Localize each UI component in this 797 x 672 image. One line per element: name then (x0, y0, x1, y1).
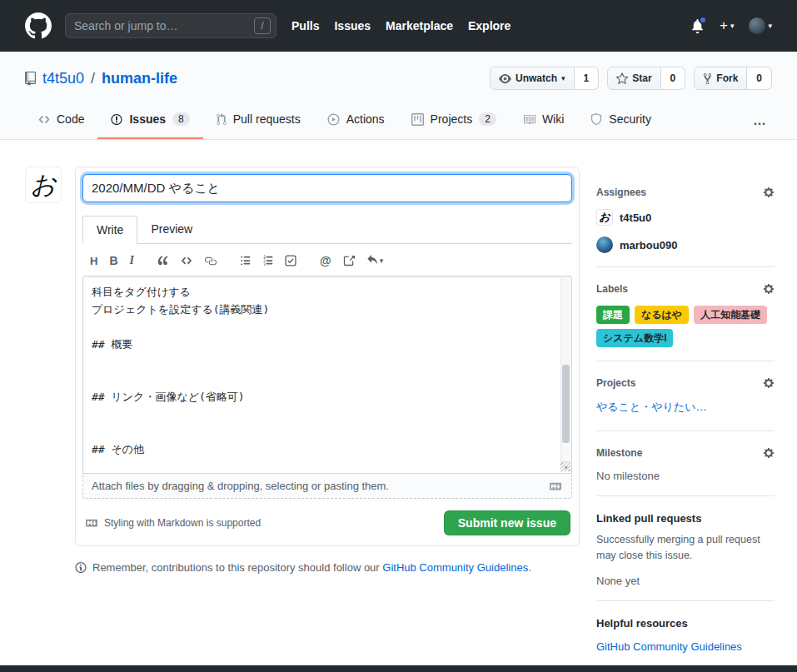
issue-title-input[interactable] (82, 174, 572, 202)
labels-title: Labels (596, 283, 628, 295)
nav-issues[interactable]: Issues (334, 19, 371, 32)
global-nav: Pulls Issues Marketplace Explore (291, 19, 511, 32)
top-nav-right: + ▾ ▾ (690, 17, 772, 34)
nav-marketplace[interactable]: Marketplace (386, 19, 453, 32)
italic-button[interactable]: I (124, 252, 140, 269)
avatar: お (596, 209, 613, 226)
textarea-resize-grip[interactable] (560, 462, 570, 471)
quote-icon (157, 255, 169, 266)
project-link[interactable]: やること・やりたい… (596, 400, 706, 415)
issue-form-card: Write Preview H B I (75, 167, 580, 546)
quote-button[interactable] (152, 252, 175, 269)
git-pull-request-icon (217, 113, 227, 126)
attach-files-bar[interactable]: Attach files by dragging & dropping, sel… (82, 474, 572, 499)
stargazers-count[interactable]: 0 (661, 67, 686, 90)
avatar: お (25, 167, 62, 203)
unwatch-button[interactable]: Unwatch ▾ (490, 67, 575, 90)
markdown-support-hint: Styling with Markdown is supported (84, 517, 261, 529)
assignee-marbou090[interactable]: marbou090 (596, 236, 775, 253)
milestone-title: Milestone (596, 447, 642, 459)
cross-reference-icon (343, 255, 355, 266)
saved-replies-button[interactable]: ▾ (361, 252, 390, 269)
link-button[interactable] (198, 252, 222, 269)
search-input[interactable] (65, 13, 276, 38)
github-mark-icon (25, 12, 52, 39)
tab-label: Security (609, 112, 651, 126)
form-footer: Styling with Markdown is supported Submi… (82, 510, 572, 537)
bold-button[interactable]: B (103, 252, 123, 269)
forks-count[interactable]: 0 (747, 67, 772, 90)
label-naruhaya[interactable]: なるはや (635, 306, 689, 324)
search-box[interactable]: / (65, 13, 276, 38)
submit-new-issue-button[interactable]: Submit new issue (444, 510, 570, 535)
labels-gear-button[interactable] (763, 283, 775, 295)
tab-actions[interactable]: Actions (314, 102, 398, 139)
chevron-down-icon: ▾ (768, 22, 772, 30)
unordered-list-button[interactable] (234, 252, 257, 269)
repo-owner-link[interactable]: t4t5u0 (42, 70, 84, 87)
svg-text:3: 3 (263, 262, 266, 266)
tab-label: Wiki (542, 112, 564, 126)
mention-button[interactable]: @ (314, 252, 337, 269)
sidebar-section-labels: Labels 課題 なるはや 人工知能基礎 システム数学I (596, 280, 775, 361)
tab-projects[interactable]: Projects 2 (398, 102, 510, 139)
assignees-gear-button[interactable] (763, 187, 775, 198)
tab-preview[interactable]: Preview (137, 216, 206, 243)
github-logo[interactable] (25, 12, 52, 39)
star-icon (616, 72, 628, 85)
user-menu-button[interactable]: ▾ (749, 17, 772, 34)
heading-button[interactable]: H (84, 252, 103, 269)
info-icon (75, 561, 87, 574)
attach-hint-text: Attach files by dragging & dropping, sel… (92, 480, 389, 492)
watchers-count[interactable]: 1 (575, 67, 600, 90)
tab-security[interactable]: Security (577, 102, 665, 139)
textarea-scrollbar[interactable] (560, 277, 570, 472)
star-button[interactable]: Star (607, 67, 660, 90)
cross-reference-button[interactable] (337, 252, 361, 269)
milestone-header: Milestone (596, 447, 775, 459)
helpful-resources-link[interactable]: GitHub Community Guidelines (596, 640, 742, 653)
fork-control: Fork 0 (694, 67, 772, 90)
label-list: 課題 なるはや 人工知能基礎 システム数学I (596, 306, 775, 347)
code-button[interactable] (175, 252, 198, 269)
list-ordered-icon: 123 (262, 255, 273, 266)
label-jinkochino-kiso[interactable]: 人工知能基礎 (694, 306, 767, 324)
repo-title: t4t5u0 / human-life (25, 70, 177, 87)
community-guidelines-link[interactable]: GitHub Community Guidelines (382, 561, 528, 574)
tab-wiki[interactable]: Wiki (510, 102, 577, 139)
tab-pull-requests[interactable]: Pull requests (203, 102, 314, 139)
tab-issues[interactable]: Issues 8 (97, 102, 202, 139)
ordered-list-button[interactable]: 123 (257, 252, 279, 269)
projects-gear-button[interactable] (763, 377, 775, 389)
linked-prs-header: Linked pull requests (596, 512, 775, 525)
projects-header: Projects (596, 377, 775, 389)
nav-explore[interactable]: Explore (468, 19, 511, 32)
assignee-login: t4t5u0 (620, 212, 651, 224)
tab-overflow-kebab[interactable]: … (748, 113, 772, 128)
notifications-button[interactable] (690, 19, 705, 33)
label-kadai[interactable]: 課題 (596, 306, 630, 324)
repo-name-link[interactable]: human-life (102, 70, 177, 87)
chevron-down-icon: ▾ (380, 257, 384, 265)
issue-sidebar: Assignees お t4t5u0 marbou090 Labels (596, 167, 775, 672)
guidelines-text: Remember, contributions to this reposito… (92, 561, 531, 574)
assignees-title: Assignees (596, 187, 646, 198)
label-system-sugaku[interactable]: システム数学I (596, 329, 673, 347)
tab-code[interactable]: Code (25, 102, 97, 139)
tab-write[interactable]: Write (82, 216, 137, 244)
gear-icon (763, 187, 775, 198)
task-list-button[interactable] (279, 252, 302, 269)
milestone-gear-button[interactable] (763, 447, 775, 459)
tab-label: Pull requests (233, 112, 301, 126)
comment-textarea[interactable]: 科目をタグ付けする プロジェクトを設定する(講義関連) ## 概要 ## リンク… (82, 276, 572, 474)
fork-button[interactable]: Fork (694, 67, 747, 90)
repo-tab-nav: Code Issues 8 Pull requests Actions Proj… (0, 102, 797, 140)
repo-actions: Unwatch ▾ 1 Star 0 Fork 0 (490, 67, 772, 90)
scrollbar-thumb[interactable] (562, 365, 570, 443)
assignee-login: marbou090 (620, 239, 677, 251)
nav-pulls[interactable]: Pulls (291, 19, 319, 32)
create-new-button[interactable]: + ▾ (720, 17, 734, 34)
guidelines-suffix: . (528, 561, 531, 574)
book-icon (523, 113, 535, 126)
assignee-t4t5u0[interactable]: お t4t5u0 (596, 209, 775, 226)
